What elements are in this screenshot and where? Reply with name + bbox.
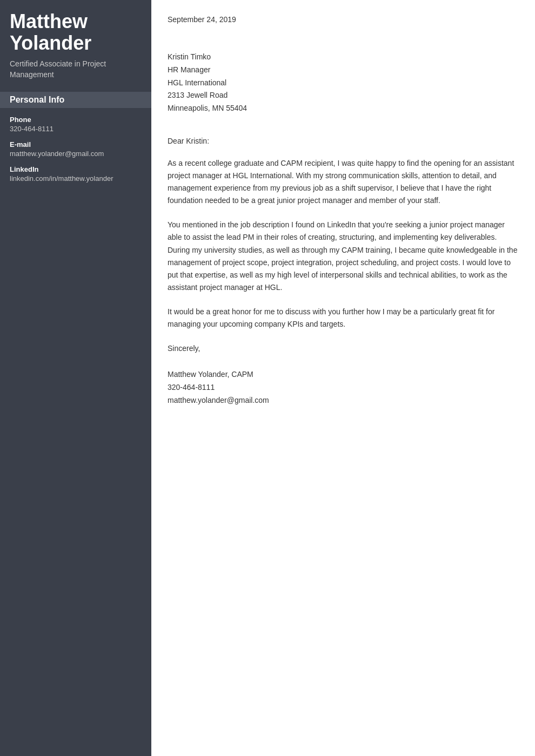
recipient-block: Kristin Timko HR Manager HGL Internation… xyxy=(168,51,519,115)
personal-info-heading: Personal Info xyxy=(0,92,151,108)
applicant-title: Certified Associate in Project Managemen… xyxy=(10,59,142,80)
recipient-company: HGL International xyxy=(168,77,519,90)
signature-name: Matthew Yolander, CAPM xyxy=(168,368,519,381)
salutation: Dear Kristin: xyxy=(168,137,519,145)
closing-word: Sincerely, xyxy=(168,342,519,355)
applicant-name: Matthew Yolander xyxy=(10,11,142,53)
recipient-address1: 2313 Jewell Road xyxy=(168,89,519,102)
phone-value: 320-464-8111 xyxy=(10,125,142,133)
paragraph-1: As a recent college graduate and CAPM re… xyxy=(168,157,519,207)
contact-linkedin: LinkedIn linkedin.com/in/matthew.yolande… xyxy=(10,165,142,183)
sidebar: Matthew Yolander Certified Associate in … xyxy=(0,0,151,756)
paragraph-2: You mentioned in the job description I f… xyxy=(168,219,519,294)
recipient-name: Kristin Timko xyxy=(168,51,519,64)
recipient-title: HR Manager xyxy=(168,64,519,77)
email-label: E-mail xyxy=(10,140,142,148)
closing-block: Sincerely, Matthew Yolander, CAPM 320-46… xyxy=(168,342,519,407)
letter-date: September 24, 2019 xyxy=(168,15,519,24)
linkedin-value: linkedin.com/in/matthew.yolander xyxy=(10,174,142,183)
signature-email: matthew.yolander@gmail.com xyxy=(168,394,519,407)
contact-email: E-mail matthew.yolander@gmail.com xyxy=(10,140,142,158)
linkedin-label: LinkedIn xyxy=(10,165,142,173)
paragraph-3: It would be a great honor for me to disc… xyxy=(168,306,519,330)
letter-content: September 24, 2019 Kristin Timko HR Mana… xyxy=(151,0,535,756)
phone-label: Phone xyxy=(10,116,142,124)
email-value: matthew.yolander@gmail.com xyxy=(10,150,142,158)
recipient-address2: Minneapolis, MN 55404 xyxy=(168,102,519,115)
signature-phone: 320-464-8111 xyxy=(168,381,519,394)
contact-phone: Phone 320-464-8111 xyxy=(10,116,142,133)
